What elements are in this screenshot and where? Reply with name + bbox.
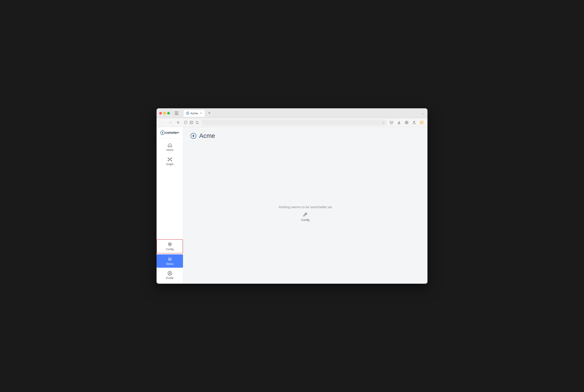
empty-state-message: Nothing seems to be searchable yet bbox=[279, 205, 332, 209]
address-bar[interactable]: ☆ bbox=[201, 120, 387, 126]
security-icons bbox=[183, 120, 200, 125]
page-content: Acme Nothing seems to be searchable yet … bbox=[183, 127, 427, 284]
config-link[interactable]: Config bbox=[301, 212, 310, 222]
page-title: Acme bbox=[199, 132, 215, 140]
svg-rect-16 bbox=[422, 121, 423, 122]
sidebar: convier• Home bbox=[157, 127, 183, 284]
page-logo-icon bbox=[190, 133, 197, 139]
tab-favicon bbox=[186, 112, 189, 115]
svg-point-20 bbox=[169, 159, 170, 160]
page-header: Acme bbox=[183, 127, 427, 143]
sidebar-profile-label: Profile bbox=[166, 276, 173, 280]
svg-point-22 bbox=[171, 158, 172, 159]
svg-rect-18 bbox=[422, 123, 423, 124]
svg-point-23 bbox=[168, 160, 169, 161]
convier-logo-icon bbox=[160, 130, 165, 135]
pocket-icon[interactable] bbox=[388, 120, 395, 126]
sidebar-item-status[interactable]: Status bbox=[157, 254, 183, 268]
settings-sliders-icon[interactable] bbox=[195, 120, 200, 125]
svg-point-24 bbox=[171, 160, 172, 161]
svg-line-27 bbox=[169, 160, 169, 160]
sidebar-item-config[interactable]: Config bbox=[157, 239, 183, 254]
tab-close-button[interactable]: ✕ bbox=[199, 112, 202, 115]
svg-rect-1 bbox=[175, 113, 178, 114]
sidebar-home-label: Home bbox=[166, 148, 173, 152]
forward-button[interactable]: → bbox=[167, 120, 173, 126]
svg-rect-15 bbox=[420, 121, 421, 122]
config-icon bbox=[167, 242, 172, 247]
status-icon bbox=[167, 256, 172, 262]
nav-right-icons bbox=[388, 120, 425, 126]
wrench-icon bbox=[303, 212, 308, 217]
sidebar-logo: convier• bbox=[157, 129, 183, 139]
sidebar-config-label: Config bbox=[166, 248, 174, 251]
svg-point-9 bbox=[196, 121, 197, 122]
page-body: Nothing seems to be searchable yet Confi… bbox=[183, 143, 427, 284]
new-tab-button[interactable]: + bbox=[206, 110, 212, 116]
tab-title: Acme bbox=[191, 112, 198, 115]
maximize-button[interactable] bbox=[167, 112, 170, 114]
title-bar: Acme ✕ + ⌄ bbox=[157, 108, 427, 118]
tab-bar: Acme ✕ + bbox=[183, 110, 419, 117]
graph-icon bbox=[167, 157, 172, 162]
main-area: convier• Home bbox=[157, 127, 427, 284]
window-chevron[interactable]: ⌄ bbox=[421, 111, 425, 116]
window-controls-left bbox=[173, 110, 180, 116]
active-tab[interactable]: Acme ✕ bbox=[183, 110, 205, 117]
refresh-button[interactable]: ↻ bbox=[175, 120, 181, 126]
download-icon[interactable] bbox=[396, 120, 402, 126]
shield-icon[interactable] bbox=[183, 120, 188, 125]
svg-point-29 bbox=[169, 244, 170, 245]
profile-circle-icon[interactable] bbox=[403, 120, 410, 126]
profile-icon bbox=[167, 271, 172, 276]
svg-rect-0 bbox=[175, 112, 178, 112]
sidebar-status-label: Status bbox=[166, 262, 173, 266]
svg-point-32 bbox=[169, 272, 171, 274]
svg-point-30 bbox=[169, 258, 171, 259]
sidebar-bottom: Config Status bbox=[157, 239, 183, 284]
share-icon[interactable] bbox=[411, 120, 417, 126]
nav-bar: ← → ↻ bbox=[157, 118, 427, 127]
extensions-icon[interactable] bbox=[419, 120, 425, 126]
home-icon bbox=[167, 143, 172, 148]
sidebar-graph-label: Graph bbox=[166, 163, 173, 166]
logo: convier• bbox=[160, 130, 179, 135]
sidebar-item-home[interactable]: Home bbox=[157, 140, 183, 154]
svg-rect-17 bbox=[420, 123, 421, 124]
svg-point-14 bbox=[406, 122, 407, 122]
sidebar-item-profile[interactable]: Profile bbox=[157, 268, 183, 282]
sidebar-toggle-button[interactable] bbox=[173, 110, 180, 116]
svg-point-21 bbox=[168, 158, 169, 159]
close-button[interactable] bbox=[159, 112, 162, 114]
sidebar-nav: Home bbox=[157, 140, 183, 239]
browser-window: Acme ✕ + ⌄ ← → ↻ bbox=[157, 108, 427, 284]
svg-point-11 bbox=[197, 123, 198, 124]
back-button[interactable]: ← bbox=[159, 120, 165, 126]
svg-line-25 bbox=[169, 158, 169, 159]
config-link-label: Config bbox=[301, 218, 310, 222]
svg-rect-2 bbox=[175, 114, 178, 115]
svg-line-26 bbox=[170, 158, 171, 159]
minimize-button[interactable] bbox=[163, 112, 166, 114]
sidebar-item-graph[interactable]: Graph bbox=[157, 155, 183, 168]
traffic-lights bbox=[159, 112, 170, 114]
document-icon[interactable] bbox=[189, 120, 194, 125]
svg-line-28 bbox=[170, 160, 171, 160]
favorite-icon[interactable]: ☆ bbox=[382, 121, 385, 124]
